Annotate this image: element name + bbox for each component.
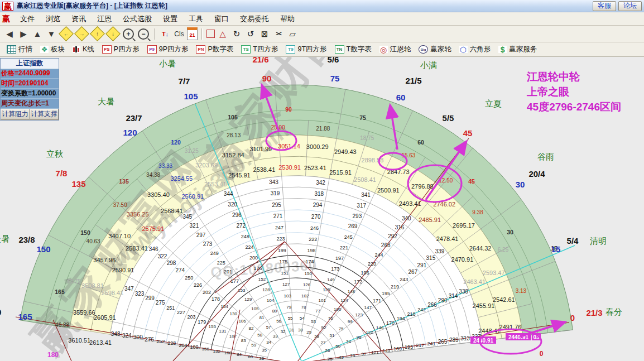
svg-text:2485.91: 2485.91 — [419, 216, 441, 223]
ribbon-kline[interactable]: K线 — [69, 44, 98, 55]
svg-text:150: 150 — [80, 229, 90, 236]
ribbon-winner-service[interactable]: $赢家服务 — [495, 44, 540, 55]
svg-text:0: 0 — [570, 313, 575, 323]
menu-item-1[interactable]: 浏览 — [40, 13, 66, 25]
svg-text:123: 123 — [355, 312, 363, 317]
menu-item-6[interactable]: 工具 — [183, 13, 209, 25]
select-tool-icon[interactable]: ▱ — [286, 28, 299, 40]
ribbon-p-number-table[interactable]: PNP数字表 — [193, 44, 237, 55]
ribbon-label: P四方形 — [114, 45, 140, 54]
menu-item-4[interactable]: 公式选股 — [117, 13, 157, 25]
calc-support-button[interactable]: 计算支撑 — [30, 109, 59, 120]
pan-up-icon[interactable]: ↑ — [90, 26, 105, 41]
menu-item-7[interactable]: 窗口 — [209, 13, 234, 25]
svg-text:26: 26 — [325, 348, 330, 353]
menu-item-8[interactable]: 交易委托 — [234, 13, 275, 25]
svg-text:59: 59 — [251, 343, 256, 348]
svg-text:319: 319 — [271, 190, 280, 196]
ribbon-market-quotes[interactable]: 行情 — [3, 44, 36, 55]
forum-button[interactable]: 论坛 — [618, 1, 642, 11]
svg-text:242: 242 — [417, 307, 426, 312]
svg-text:346: 346 — [149, 246, 158, 252]
ribbon-label: 江恩轮 — [390, 45, 411, 54]
ribbon-t9-square[interactable]: T99T四方形 — [282, 44, 330, 55]
shrink-icon[interactable]: >< — [272, 28, 285, 40]
ribbon-winner-wheel[interactable]: Big赢家轮 — [415, 44, 455, 55]
svg-text:102: 102 — [301, 293, 309, 299]
pan-right-icon[interactable]: → — [74, 26, 89, 41]
svg-text:33: 33 — [273, 334, 278, 339]
svg-text:274: 274 — [175, 267, 185, 273]
index-name: 上证指数 — [1, 59, 59, 69]
square-tool-icon[interactable] — [206, 30, 215, 38]
svg-text:135: 135 — [71, 179, 85, 189]
ribbon-sectors[interactable]: ❖板块 — [37, 44, 68, 55]
svg-text:174: 174 — [306, 259, 314, 264]
nav-down-icon[interactable]: ▼ — [45, 28, 57, 40]
svg-text:35: 35 — [262, 348, 267, 353]
ribbon-label: 行情 — [18, 45, 32, 54]
svg-text:150: 150 — [36, 244, 50, 254]
pan-left-icon[interactable]: ← — [59, 26, 74, 41]
ribbon-p-square[interactable]: PSP四方形 — [99, 44, 143, 55]
svg-text:15: 15 — [551, 244, 561, 254]
window-title: 赢家江恩专业版[赢家服务平台] - [上证指数 江恩轮] — [17, 1, 167, 11]
svg-text:129: 129 — [244, 297, 252, 302]
calc-resistance-button[interactable]: 计算阻力 — [1, 109, 30, 120]
svg-text:34: 34 — [266, 340, 271, 345]
svg-text:320: 320 — [228, 201, 237, 208]
svg-text:90: 90 — [285, 106, 292, 113]
rotate-cw-icon[interactable]: ↻ — [230, 28, 243, 40]
rotate-ccw-icon[interactable]: ↺ — [244, 28, 257, 40]
pan-down-icon[interactable]: ↓ — [105, 26, 121, 41]
svg-text:120: 120 — [171, 139, 181, 146]
annotation-line: 上帝之眼 — [527, 84, 621, 99]
nav-right-icon[interactable]: ▶ — [17, 28, 30, 40]
svg-text:3356.25: 3356.25 — [127, 211, 149, 218]
nav-up-icon[interactable]: ▲ — [31, 28, 44, 40]
ribbon-hexagon[interactable]: ⬡六角形 — [456, 44, 494, 55]
menu-item-9[interactable]: 帮助 — [275, 13, 300, 25]
zoom-out-icon[interactable]: − — [138, 28, 149, 40]
svg-text:266: 266 — [427, 302, 437, 308]
menu-item-2[interactable]: 资讯 — [66, 13, 92, 25]
svg-text:30: 30 — [507, 229, 513, 235]
nav-left-icon[interactable]: ◀ — [3, 28, 16, 40]
svg-text:146: 146 — [376, 325, 384, 330]
svg-text:170: 170 — [386, 320, 395, 326]
maximize-icon[interactable]: ⊠ — [258, 28, 271, 40]
panel-row-1: 时间=20190104 — [1, 79, 59, 89]
calendar-icon[interactable]: 21 — [187, 27, 198, 40]
svg-text:2530.91: 2530.91 — [278, 164, 301, 171]
svg-text:83: 83 — [241, 338, 246, 343]
svg-text:339: 339 — [435, 248, 445, 254]
svg-text:60: 60 — [248, 354, 253, 359]
svg-text:2553.41: 2553.41 — [204, 181, 227, 187]
svg-text:57: 57 — [266, 325, 271, 330]
t-range-icon[interactable]: T↓ — [159, 28, 171, 40]
support-button[interactable]: 客服 — [593, 1, 616, 11]
svg-text:21.88: 21.88 — [316, 126, 330, 132]
ribbon-label: 六角形 — [470, 45, 491, 54]
svg-text:147: 147 — [364, 305, 372, 310]
ribbon-gann-wheel[interactable]: ◎江恩轮 — [376, 44, 415, 55]
svg-text:152: 152 — [258, 277, 266, 282]
gann-annotation: 江恩轮中轮 上帝之眼 45度2796-2746区间 — [527, 69, 621, 114]
svg-text:77: 77 — [315, 309, 320, 314]
ribbon-t-number-table[interactable]: TNT数字表 — [331, 44, 375, 55]
menu-item-3[interactable]: 江恩 — [92, 13, 117, 25]
t-square-icon: TS — [241, 45, 251, 54]
cls-icon[interactable]: Cls — [173, 28, 185, 40]
svg-text:79: 79 — [286, 305, 291, 310]
menu-item-0[interactable]: 文件 — [15, 13, 40, 25]
ribbon-p9-square[interactable]: P99P四方形 — [144, 44, 192, 55]
svg-text:165: 165 — [18, 312, 32, 321]
svg-text:46.88: 46.88 — [55, 322, 69, 328]
triangle-tool-icon[interactable]: △ — [217, 28, 229, 40]
svg-text:大暑: 大暑 — [98, 97, 114, 106]
menu-item-5[interactable]: 设置 — [157, 13, 183, 25]
svg-text:343: 343 — [269, 179, 278, 185]
ribbon-t-square[interactable]: TST四方形 — [238, 44, 281, 55]
svg-text:80: 80 — [272, 309, 277, 314]
zoom-in-icon[interactable]: + — [123, 28, 134, 40]
